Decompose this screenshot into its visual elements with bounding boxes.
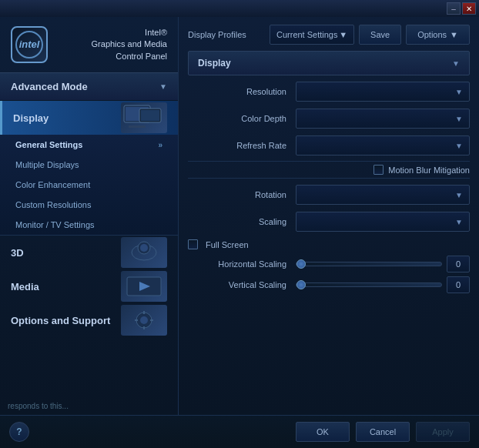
content-area: Display Profiles Current Settings ▼ Save… — [179, 17, 479, 415]
profiles-dropdown-arrow-icon: ▼ — [339, 30, 347, 39]
display-section-header[interactable]: Display ▼ — [188, 51, 470, 75]
display-submenu: General Settings » Multiple Displays Col… — [0, 135, 178, 236]
scaling-dropdown[interactable]: ▼ — [296, 212, 470, 232]
options-icon — [121, 305, 167, 336]
motion-blur-checkbox[interactable]: Motion Blur Mitigation — [373, 165, 470, 175]
media-icon — [121, 271, 167, 302]
refresh-rate-label: Refresh Rate — [188, 141, 296, 150]
save-button[interactable]: Save — [359, 25, 401, 45]
profiles-label: Display Profiles — [188, 30, 265, 39]
svg-rect-6 — [141, 110, 159, 121]
options-dropdown-arrow-icon: ▼ — [450, 30, 458, 39]
motion-blur-checkbox-box[interactable] — [373, 165, 384, 175]
color-depth-dropdown[interactable]: ▼ — [296, 109, 470, 129]
resolution-dropdown[interactable]: ▼ — [296, 82, 470, 102]
sidebar-item-display-label: Display — [13, 112, 49, 124]
ok-button[interactable]: OK — [296, 422, 350, 442]
profiles-row: Display Profiles Current Settings ▼ Save… — [188, 25, 470, 45]
vertical-scaling-row: Vertical Scaling 0 — [188, 276, 470, 293]
submenu-item-monitor[interactable]: Monitor / TV Settings — [0, 215, 178, 235]
apply-button[interactable]: Apply — [416, 422, 470, 442]
sidebar-item-options-label: Options and Support — [11, 315, 110, 326]
color-depth-label: Color Depth — [188, 114, 296, 123]
submenu-arrow-icon: » — [158, 141, 162, 149]
full-screen-checkbox[interactable]: Full Screen — [188, 239, 249, 249]
horizontal-scaling-label: Horizontal Scaling — [188, 259, 296, 269]
vertical-scaling-value: 0 — [447, 276, 470, 293]
color-depth-row: Color Depth ▼ — [188, 107, 470, 130]
submenu-item-custom[interactable]: Custom Resolutions — [0, 195, 178, 215]
full-screen-checkbox-box[interactable] — [188, 239, 198, 249]
sidebar-item-media[interactable]: Media — [0, 269, 178, 303]
vertical-scaling-label: Vertical Scaling — [188, 280, 296, 289]
sidebar-item-options[interactable]: Options and Support — [0, 303, 178, 337]
advanced-mode-arrow-icon: ▼ — [159, 82, 167, 91]
sidebar-item-3d[interactable]: 3D — [0, 236, 178, 269]
display-section-label: Display — [198, 58, 231, 69]
cancel-button[interactable]: Cancel — [356, 422, 410, 442]
display-icon — [121, 102, 167, 133]
refresh-rate-dropdown[interactable]: ▼ — [296, 135, 470, 155]
horizontal-scaling-thumb[interactable] — [296, 259, 306, 269]
rotation-label: Rotation — [188, 190, 296, 199]
svg-point-9 — [140, 244, 148, 252]
sidebar-status-text: responds to this... — [8, 402, 69, 410]
submenu-item-multiple[interactable]: Multiple Displays — [0, 155, 178, 175]
advanced-mode-label: Advanced Mode — [11, 81, 88, 92]
scaling-label: Scaling — [188, 217, 296, 226]
refresh-rate-dropdown-arrow-icon: ▼ — [455, 142, 463, 150]
refresh-rate-row: Refresh Rate ▼ — [188, 134, 470, 157]
rotation-row: Rotation ▼ — [188, 183, 470, 206]
vertical-scaling-track[interactable] — [296, 283, 442, 287]
color-depth-dropdown-arrow-icon: ▼ — [455, 115, 463, 123]
resolution-dropdown-arrow-icon: ▼ — [455, 88, 463, 96]
title-bar: – ✕ — [0, 0, 479, 17]
full-screen-row: Full Screen — [188, 237, 470, 252]
profiles-dropdown[interactable]: Current Settings ▼ — [270, 25, 354, 45]
resolution-row: Resolution ▼ — [188, 80, 470, 103]
horizontal-scaling-row: Horizontal Scaling 0 — [188, 256, 470, 272]
submenu-item-general[interactable]: General Settings » — [0, 135, 178, 155]
sidebar-logo-area: intel Intel® Graphics and Media Control … — [0, 17, 178, 72]
sidebar: intel Intel® Graphics and Media Control … — [0, 17, 179, 415]
horizontal-scaling-value: 0 — [447, 256, 470, 272]
sidebar-item-media-label: Media — [11, 281, 39, 293]
full-screen-label: Full Screen — [203, 240, 249, 249]
svg-point-13 — [140, 316, 148, 324]
app-title: Intel® Graphics and Media Control Panel — [55, 27, 167, 62]
submenu-item-color[interactable]: Color Enhancement — [0, 175, 178, 195]
intel-logo: intel — [11, 26, 48, 63]
minimize-button[interactable]: – — [447, 2, 461, 15]
scaling-row: Scaling ▼ — [188, 210, 470, 233]
scaling-dropdown-arrow-icon: ▼ — [455, 218, 463, 226]
horizontal-scaling-track[interactable] — [296, 262, 442, 266]
sidebar-item-3d-label: 3D — [11, 247, 24, 259]
resolution-label: Resolution — [188, 87, 296, 96]
rotation-dropdown-arrow-icon: ▼ — [455, 191, 463, 199]
motion-blur-row: Motion Blur Mitigation — [188, 161, 470, 179]
motion-blur-label: Motion Blur Mitigation — [388, 165, 470, 175]
display-section-arrow-icon: ▼ — [452, 59, 460, 68]
sidebar-item-display[interactable]: Display — [0, 101, 178, 135]
help-button[interactable]: ? — [9, 422, 29, 442]
vertical-scaling-thumb[interactable] — [296, 280, 306, 289]
main-container: intel Intel® Graphics and Media Control … — [0, 17, 479, 415]
close-button[interactable]: ✕ — [462, 2, 476, 15]
options-button[interactable]: Options ▼ — [406, 25, 470, 45]
rotation-dropdown[interactable]: ▼ — [296, 185, 470, 205]
bottom-bar: ? OK Cancel Apply — [0, 415, 479, 448]
svg-rect-4 — [129, 125, 146, 128]
svg-text:intel: intel — [19, 38, 40, 50]
advanced-mode-bar[interactable]: Advanced Mode ▼ — [0, 72, 178, 101]
3d-icon — [121, 237, 167, 268]
